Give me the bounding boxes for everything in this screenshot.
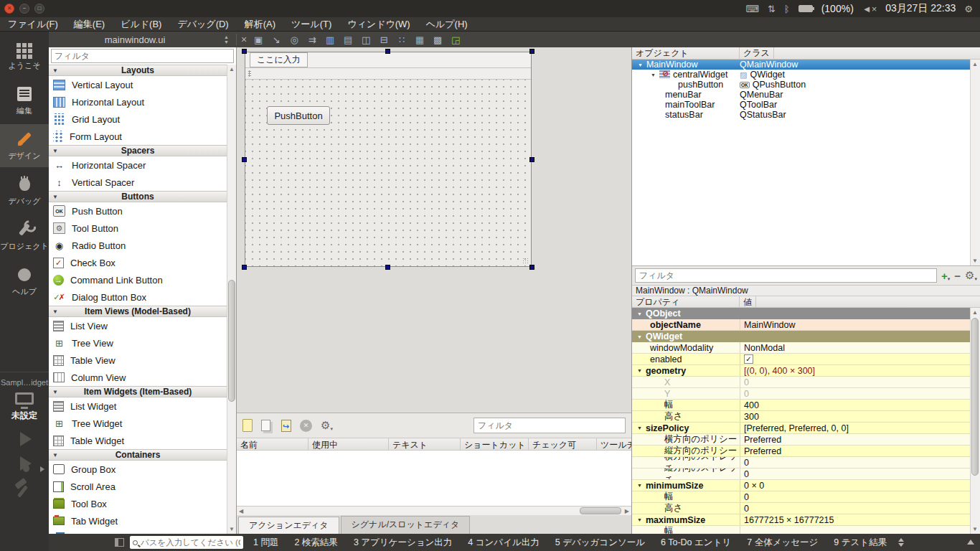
output-pane-button[interactable]: 2 検索結果 — [294, 537, 337, 549]
property-value[interactable]: NonModal — [744, 343, 785, 353]
layout-horizontal-icon[interactable]: ▥ — [324, 34, 336, 45]
configure-actions-icon[interactable]: ⚙ — [321, 419, 333, 432]
expand-arrow-icon[interactable]: ▼ — [637, 425, 642, 430]
widget-box-row[interactable]: List Widget — [49, 397, 227, 415]
mode-button[interactable]: ようこそ — [0, 34, 49, 77]
sidebar-toggle-icon[interactable] — [115, 538, 124, 547]
object-row[interactable]: ▼mainToolBar QToolBar — [632, 100, 970, 110]
form-canvas[interactable]: PushButton — [245, 80, 531, 266]
add-dynamic-property-icon[interactable]: +▾ — [941, 270, 950, 282]
maximize-window-icon[interactable]: □ — [34, 4, 44, 14]
delete-action-icon[interactable]: ✕ — [300, 420, 312, 432]
close-window-icon[interactable]: ✕ — [4, 4, 14, 14]
scrollbar-thumb[interactable] — [580, 507, 621, 514]
property-row[interactable]: ▼objectName MainWindow — [632, 319, 970, 331]
widget-box-row[interactable]: → Command Link Button — [49, 271, 227, 288]
mode-button[interactable]: プロジェクト — [0, 215, 49, 258]
output-pane-button[interactable]: 4 コンパイル出力 — [468, 537, 539, 549]
widget-box-row[interactable]: Scroll Area — [49, 478, 227, 495]
layout-vertical-icon[interactable]: ▤ — [342, 34, 354, 45]
editor-tab[interactable]: アクションエディタ — [238, 517, 339, 534]
object-row[interactable]: ▼pushButton QPushButton — [632, 80, 970, 90]
kit-selector[interactable]: Sampl…idget 未設定 — [0, 372, 49, 422]
splitter-vertical-icon[interactable]: ⊟ — [378, 34, 390, 45]
object-row[interactable]: ▼MainWindow QMainWindow — [632, 60, 970, 70]
selection-handle-top-right[interactable] — [529, 49, 534, 54]
property-row[interactable]: ▼X 0 — [632, 377, 970, 388]
scrollbar-thumb[interactable] — [971, 318, 979, 476]
expand-arrow-icon[interactable]: ▼ — [638, 62, 643, 67]
property-scrollbar[interactable]: ▲ ▼ — [970, 308, 980, 534]
property-value[interactable]: 0 — [744, 458, 749, 468]
network-icon[interactable]: ⇅ — [768, 4, 776, 14]
property-row[interactable]: ▼geometry [(0, 0), 400 × 300] — [632, 365, 970, 377]
property-value[interactable]: 300 — [744, 412, 759, 422]
property-row[interactable]: ▼enabled ✓ — [632, 354, 970, 365]
selection-handle-bottom-left[interactable] — [242, 265, 247, 270]
action-column-header[interactable]: テキスト — [389, 438, 461, 450]
property-row[interactable]: ▼幅 0 — [632, 491, 970, 503]
property-row[interactable]: ▼横方向のストレッチ 0 — [632, 457, 970, 468]
output-pane-button[interactable]: 1 問題 — [253, 537, 278, 549]
property-row[interactable]: ▼高さ 300 — [632, 411, 970, 423]
property-row[interactable]: ▼縦方向のストレッチ 0 — [632, 468, 970, 480]
property-value[interactable]: [Preferred, Preferred, 0, 0] — [744, 423, 849, 433]
battery-icon[interactable] — [798, 5, 813, 12]
widget-box-row[interactable]: Spacers — [49, 145, 227, 156]
session-gear-icon[interactable]: ⚙ — [964, 4, 973, 14]
property-value[interactable]: [(0, 0), 400 × 300] — [744, 366, 815, 376]
scroll-up-icon[interactable]: ▲ — [229, 66, 235, 72]
new-action-icon[interactable] — [242, 419, 253, 432]
expand-arrow-icon[interactable]: ▼ — [637, 368, 642, 373]
object-row[interactable]: ▼menuBar QMenuBar — [632, 90, 970, 100]
expand-output-icon[interactable] — [967, 536, 974, 545]
selection-handle-left-mid[interactable] — [242, 157, 247, 162]
widget-box-row[interactable]: Tree View — [49, 334, 227, 352]
selection-handle-top-mid[interactable] — [385, 49, 390, 54]
widget-box-row[interactable]: OK Push Button — [49, 202, 227, 220]
output-pane-button[interactable]: 6 To-Do エントリ — [661, 537, 731, 549]
menu-item[interactable]: ウィンドウ(W) — [339, 17, 418, 32]
property-value[interactable]: 0 × 0 — [744, 481, 764, 491]
mode-button[interactable]: デザイン — [0, 124, 49, 167]
action-column-header[interactable]: 使用中 — [308, 438, 389, 450]
widget-box-row[interactable]: Containers — [49, 449, 227, 461]
widget-box-scrollbar[interactable]: ▲ ▼ — [227, 65, 236, 534]
configure-property-editor-icon[interactable]: ⚙▾ — [965, 269, 977, 282]
scroll-left-icon[interactable]: ◀ — [239, 508, 243, 514]
menu-item[interactable]: デバッグ(D) — [169, 17, 236, 32]
editor-tab[interactable]: シグナル/スロットエディタ — [341, 516, 471, 534]
column-value[interactable]: 値 — [740, 296, 756, 307]
document-spin-icon[interactable]: ▲▼ — [224, 34, 229, 44]
edit-buddies-icon[interactable]: ◎ — [288, 34, 300, 45]
expand-arrow-icon[interactable]: ▼ — [651, 72, 656, 77]
action-hscrollbar[interactable]: ◀ ▶ — [237, 506, 631, 515]
widget-box-row[interactable]: Grid Layout — [49, 110, 227, 128]
property-value[interactable]: 400 — [744, 400, 759, 410]
property-row[interactable]: ▼QWidget — [632, 331, 970, 342]
locator-input[interactable] — [141, 538, 240, 547]
clock[interactable]: 03月27日 22:33 — [885, 2, 956, 15]
scroll-up-icon[interactable]: ▲ — [972, 61, 978, 67]
widget-box-row[interactable]: Vertical Spacer — [49, 174, 227, 191]
close-document-icon[interactable]: × — [241, 34, 247, 45]
debug-run-icon[interactable] — [20, 456, 39, 471]
edit-signals-slots-icon[interactable]: ↘ — [270, 34, 282, 45]
object-inspector-scrollbar[interactable]: ▲ ▼ — [970, 60, 980, 265]
scroll-up-icon[interactable]: ▲ — [972, 309, 978, 316]
widget-box-row[interactable]: List View — [49, 317, 227, 334]
action-filter-input[interactable] — [473, 418, 626, 433]
menu-item[interactable]: ヘルプ(H) — [418, 17, 476, 32]
widget-filter-input[interactable] — [51, 49, 234, 63]
action-column-header[interactable]: ショートカット — [461, 438, 529, 450]
property-row[interactable]: ▼minimumSize 0 × 0 — [632, 480, 970, 491]
menu-item[interactable]: ファイル(F) — [0, 17, 66, 32]
property-row[interactable]: ▼高さ 0 — [632, 503, 970, 514]
property-value[interactable]: Preferred — [744, 435, 781, 445]
widget-box-row[interactable]: Dialog Button Box — [49, 288, 227, 306]
property-row[interactable]: ▼maximumSize 16777215 × 16777215 — [632, 514, 970, 526]
widget-box-row[interactable]: Tab Widget — [49, 512, 227, 529]
property-value[interactable]: 0 — [744, 389, 749, 399]
splitter-horizontal-icon[interactable]: ◫ — [360, 34, 372, 45]
menu-type-here[interactable]: ここに入力 — [250, 52, 308, 67]
